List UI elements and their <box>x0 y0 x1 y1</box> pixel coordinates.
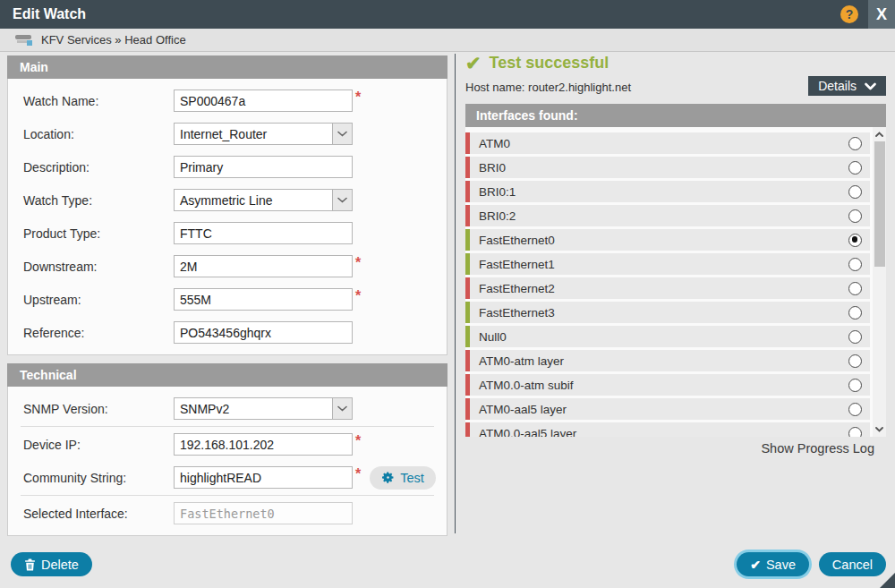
technical-section-header: Technical <box>7 363 448 387</box>
interface-status-bar <box>465 422 470 437</box>
community-string-label: Community String: <box>23 471 174 485</box>
interface-radio[interactable] <box>848 330 862 344</box>
trash-icon <box>24 558 36 571</box>
save-button-label: Save <box>766 558 796 572</box>
interface-radio[interactable] <box>848 306 862 320</box>
interface-label: FastEthernet0 <box>479 234 848 247</box>
field-divider <box>21 426 434 427</box>
interface-status-bar <box>465 205 470 226</box>
chevron-down-icon <box>332 124 352 144</box>
host-name-text: Host name: router2.highlight.net <box>465 81 631 96</box>
panel-divider <box>455 54 456 533</box>
watch-type-label: Watch Type: <box>23 193 174 208</box>
save-button[interactable]: ✔ Save <box>737 552 809 576</box>
interface-row[interactable]: ATM0-aal5 layer <box>465 398 870 420</box>
product-type-input[interactable] <box>174 222 353 244</box>
interface-radio[interactable] <box>848 379 862 392</box>
field-divider <box>21 495 434 496</box>
scrollbar[interactable] <box>873 127 886 437</box>
interface-radio[interactable] <box>848 354 862 368</box>
details-button[interactable]: Details <box>808 76 886 96</box>
upstream-input[interactable] <box>174 288 353 311</box>
product-type-label: Product Type: <box>23 226 174 241</box>
location-select[interactable]: Internet_Router <box>174 123 353 145</box>
scroll-down-icon[interactable] <box>873 423 886 436</box>
show-progress-log-link[interactable]: Show Progress Log <box>465 441 886 456</box>
interface-row[interactable]: BRI0 <box>465 157 870 178</box>
interface-row[interactable]: FastEthernet1 <box>465 253 870 275</box>
test-button-label: Test <box>400 471 424 485</box>
interface-row[interactable]: FastEthernet2 <box>465 277 870 299</box>
chevron-down-icon <box>332 190 352 210</box>
watch-type-select[interactable]: Asymmetric Line <box>174 189 353 211</box>
interface-label: FastEthernet3 <box>479 306 848 320</box>
edit-form-column: Main Watch Name:*Location:Internet_Route… <box>7 55 448 536</box>
interface-radio[interactable] <box>848 137 862 150</box>
reference-row: Reference: <box>8 316 447 349</box>
help-icon[interactable]: ? <box>840 5 858 23</box>
interface-label: FastEthernet2 <box>479 282 848 295</box>
watch-name-input[interactable] <box>174 89 353 112</box>
resize-handle[interactable] <box>880 573 895 588</box>
interface-row[interactable]: ATM0.0-atm subif <box>465 374 870 396</box>
breadcrumb: KFV Services » Head Office <box>0 29 895 52</box>
community-string-input[interactable] <box>174 466 353 489</box>
interface-row[interactable]: FastEthernet0 <box>465 229 870 251</box>
delete-button[interactable]: Delete <box>11 552 92 576</box>
interface-row[interactable]: Null0 <box>465 326 870 347</box>
breadcrumb-text: KFV Services » Head Office <box>41 33 186 47</box>
interface-radio[interactable] <box>848 258 862 271</box>
interface-label: Null0 <box>479 330 848 344</box>
upstream-row: Upstream:* <box>8 283 447 316</box>
interface-label: ATM0.0-atm subif <box>479 379 848 392</box>
required-asterisk: * <box>355 90 361 105</box>
upstream-label: Upstream: <box>23 293 174 307</box>
close-icon[interactable]: X <box>868 0 895 29</box>
interface-row[interactable]: ATM0.0-aal5 layer <box>465 422 870 437</box>
interface-row[interactable]: ATM0 <box>465 132 870 154</box>
required-asterisk: * <box>355 289 361 303</box>
description-input[interactable] <box>174 156 353 178</box>
interfaces-header: Interfaces found: <box>465 104 886 127</box>
interface-row[interactable]: ATM0-atm layer <box>465 350 870 371</box>
test-button[interactable]: Test <box>370 466 436 490</box>
description-label: Description: <box>23 160 174 175</box>
interface-label: BRI0:1 <box>479 185 848 199</box>
scroll-up-icon[interactable] <box>873 128 886 141</box>
reference-input[interactable] <box>174 321 353 344</box>
interface-radio[interactable] <box>848 403 862 416</box>
chevron-down-icon <box>332 398 352 419</box>
chevron-down-icon <box>865 82 876 90</box>
interface-row[interactable]: BRI0:1 <box>465 181 870 202</box>
interface-status-bar <box>465 374 470 396</box>
device-ip-row: Device IP:* <box>8 428 447 461</box>
device-ip-input[interactable] <box>174 433 353 456</box>
watch-name-row: Watch Name:* <box>8 84 447 117</box>
interface-row[interactable]: BRI0:2 <box>465 205 870 226</box>
location-label: Location: <box>23 127 174 141</box>
watch-type-row: Watch Type:Asymmetric Line <box>8 183 447 217</box>
test-result-panel: ✔ Test successful Host name: router2.hig… <box>465 52 886 456</box>
downstream-input[interactable] <box>174 255 353 277</box>
watch-device-icon <box>15 34 33 46</box>
interface-row[interactable]: FastEthernet3 <box>465 302 870 323</box>
downstream-label: Downstream: <box>23 260 174 274</box>
cancel-button-label: Cancel <box>832 558 873 572</box>
interface-radio[interactable] <box>848 427 862 438</box>
gear-icon <box>381 471 395 484</box>
technical-section-body: SNMP Version:SNMPv2Device IP:*Community … <box>7 387 448 536</box>
interface-radio[interactable] <box>848 185 862 199</box>
interface-radio[interactable] <box>848 161 862 175</box>
cancel-button[interactable]: Cancel <box>819 552 886 576</box>
interface-radio[interactable] <box>848 209 862 223</box>
snmp-version-select[interactable]: SNMPv2 <box>174 397 353 420</box>
location-selected-value: Internet_Router <box>175 127 267 141</box>
scrollbar-thumb[interactable] <box>874 141 885 267</box>
watch-type-selected-value: Asymmetric Line <box>175 193 272 208</box>
interface-radio[interactable] <box>848 282 862 295</box>
required-asterisk: * <box>355 256 361 270</box>
selected-interface-input <box>174 502 353 524</box>
interface-label: ATM0-aal5 layer <box>479 403 848 416</box>
interface-radio[interactable] <box>848 234 862 247</box>
success-check-icon: ✔ <box>465 54 482 72</box>
